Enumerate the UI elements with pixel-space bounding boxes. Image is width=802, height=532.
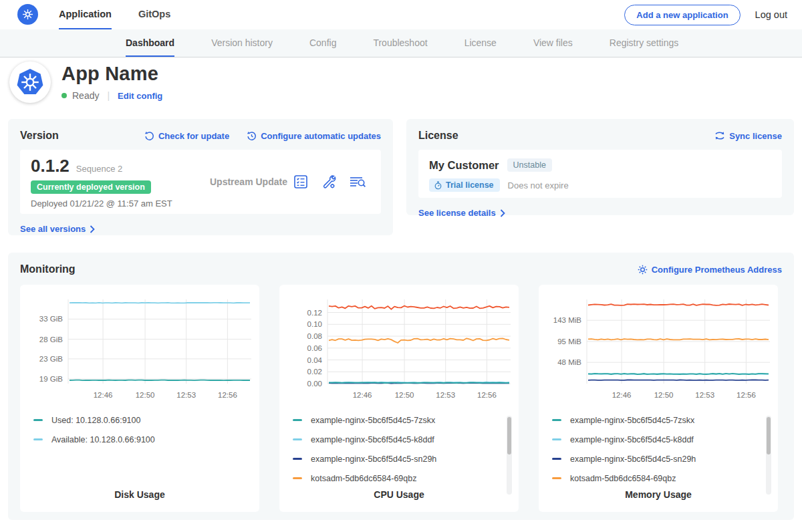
kubernetes-app-icon	[14, 66, 46, 98]
svg-text:33 GiB: 33 GiB	[39, 315, 63, 323]
clock-refresh-icon	[247, 131, 257, 141]
chart-svg: 12:4612:5012:5312:56143 MiB95 MiB48 MiB	[544, 293, 775, 405]
license-info-row: My Customer Unstable Trial license Does …	[418, 150, 782, 198]
svg-text:0.06: 0.06	[307, 344, 322, 352]
svg-text:12:56: 12:56	[737, 391, 756, 399]
deploy-logs-button[interactable]	[349, 174, 366, 190]
legend-item: example-nginx-5bc6f5d4c5-k8ddf	[293, 430, 519, 449]
legend-label: Used: 10.128.0.66:9100	[51, 416, 140, 425]
configure-auto-updates-link[interactable]: Configure automatic updates	[247, 131, 381, 141]
current-version-row: 0.1.2 Sequence 2 Currently deployed vers…	[20, 150, 381, 214]
customer-name: My Customer	[429, 159, 499, 172]
version-card-title: Version	[20, 130, 59, 142]
legend-color-dash	[293, 419, 302, 421]
legend-color-dash	[552, 477, 561, 479]
wrench-gear-icon	[321, 174, 337, 190]
legend-scrollbar[interactable]	[766, 416, 771, 495]
chart-title: Memory Usage	[539, 489, 778, 500]
tab-license[interactable]: License	[464, 29, 497, 57]
version-number: 0.1.2	[31, 156, 70, 176]
scrollbar-thumb[interactable]	[507, 417, 511, 454]
helm-wheel-icon	[21, 7, 35, 21]
chart-panels: 12:4612:5012:5312:5633 GiB28 GiB23 GiB19…	[20, 285, 782, 512]
license-card-header: License Sync license	[418, 130, 782, 142]
svg-text:48 MiB: 48 MiB	[557, 358, 581, 366]
version-card-header: Version Check for update Configure au	[20, 130, 381, 142]
svg-text:28 GiB: 28 GiB	[39, 336, 63, 344]
svg-text:12:50: 12:50	[654, 391, 674, 399]
disk-usage-chart: 12:4612:5012:5312:5633 GiB28 GiB23 GiB19…	[25, 293, 257, 408]
chevron-right-icon	[90, 225, 95, 233]
tab-config[interactable]: Config	[309, 29, 336, 57]
topnav-tab-application[interactable]: Application	[59, 0, 112, 29]
legend-color-dash	[293, 458, 302, 460]
svg-text:23 GiB: 23 GiB	[39, 355, 63, 363]
version-card-links: Check for update Configure automatic upd…	[144, 131, 381, 141]
refresh-icon	[144, 131, 154, 141]
channel-badge: Unstable	[507, 158, 552, 172]
release-notes-button[interactable]	[293, 174, 309, 190]
see-license-details-link[interactable]: See license details	[418, 208, 505, 218]
legend-label: Available: 10.128.0.66:9100	[51, 435, 155, 444]
kubernetes-logo-icon[interactable]	[17, 4, 38, 25]
svg-text:12:50: 12:50	[395, 391, 414, 399]
legend-label: kotsadm-5db6dc6584-69qbz	[570, 474, 676, 483]
logs-magnifier-icon	[349, 174, 366, 190]
legend-item: example-nginx-5bc6f5d4c5-k8ddf	[552, 430, 778, 449]
tab-view-files[interactable]: View files	[533, 29, 573, 57]
app-header-text: App Name Ready | Edit config	[61, 61, 162, 103]
configure-auto-updates-label: Configure automatic updates	[261, 131, 381, 141]
topnav-right: Add a new application Log out	[624, 0, 787, 29]
svg-text:12:56: 12:56	[477, 391, 497, 399]
monitoring-section: Monitoring Configure Prometheus Address …	[8, 253, 794, 520]
edit-config-link[interactable]: Edit config	[118, 91, 162, 101]
chart-title: Disk Usage	[20, 489, 259, 500]
edit-config-button[interactable]	[321, 174, 337, 190]
memory-usage-legend: example-nginx-5bc6f5d4c5-7zskxexample-ng…	[552, 410, 778, 488]
chart-title: CPU Usage	[279, 489, 519, 500]
legend-item: Used: 10.128.0.66:9100	[33, 410, 259, 430]
tab-version-history[interactable]: Version history	[211, 29, 273, 57]
legend-color-dash	[33, 419, 43, 421]
sequence-label: Sequence 2	[76, 164, 122, 174]
legend-scrollbar[interactable]	[507, 416, 512, 495]
topnav-tabs: Application GitOps	[59, 0, 170, 29]
tab-dashboard[interactable]: Dashboard	[126, 29, 174, 57]
trial-license-badge: Trial license	[429, 178, 500, 192]
disk-usage-panel: 12:4612:5012:5312:5633 GiB28 GiB23 GiB19…	[20, 285, 259, 512]
see-all-versions-link[interactable]: See all versions	[20, 224, 95, 234]
license-card: License Sync license My Customer Unstabl…	[406, 119, 794, 215]
scrollbar-thumb[interactable]	[767, 417, 771, 454]
version-card: Version Check for update Configure au	[8, 119, 393, 235]
svg-text:12:53: 12:53	[176, 391, 196, 399]
legend-color-dash	[552, 458, 561, 460]
legend-item: kotsadm-5db6dc6584-69qbz	[552, 469, 778, 488]
license-card-title: License	[418, 130, 458, 142]
configure-prometheus-label: Configure Prometheus Address	[652, 265, 782, 275]
legend-item: example-nginx-5bc6f5d4c5-7zskx	[293, 410, 519, 430]
memory-usage-chart: 12:4612:5012:5312:56143 MiB95 MiB48 MiB	[544, 293, 775, 408]
topnav-tab-gitops[interactable]: GitOps	[138, 0, 170, 29]
add-application-button[interactable]: Add a new application	[624, 5, 740, 25]
sync-license-link[interactable]: Sync license	[714, 131, 782, 141]
version-source-label: Upstream Update	[186, 176, 293, 187]
legend-item: example-nginx-5bc6f5d4c5-7zskx	[552, 410, 778, 430]
legend-label: kotsadm-5db6dc6584-69qbz	[311, 474, 416, 483]
check-for-update-link[interactable]: Check for update	[144, 131, 229, 141]
monitoring-title: Monitoring	[20, 263, 76, 275]
page-title: App Name	[61, 63, 162, 85]
legend-item: Available: 10.128.0.66:9100	[33, 430, 259, 449]
tab-registry-settings[interactable]: Registry settings	[610, 29, 678, 57]
cpu-usage-chart: 12:4612:5012:5312:560.120.100.080.060.04…	[285, 293, 516, 408]
svg-text:12:53: 12:53	[436, 391, 455, 399]
svg-text:19 GiB: 19 GiB	[39, 375, 63, 383]
deployed-status-badge: Currently deployed version	[31, 180, 151, 194]
configure-prometheus-link[interactable]: Configure Prometheus Address	[638, 265, 782, 275]
legend-label: example-nginx-5bc6f5d4c5-7zskx	[570, 416, 694, 425]
chevron-right-icon	[500, 209, 505, 217]
legend-label: example-nginx-5bc6f5d4c5-k8ddf	[570, 435, 694, 444]
check-for-update-label: Check for update	[158, 131, 229, 141]
chart-svg: 12:4612:5012:5312:560.120.100.080.060.04…	[285, 293, 516, 405]
tab-troubleshoot[interactable]: Troubleshoot	[373, 29, 427, 57]
logout-link[interactable]: Log out	[755, 9, 787, 20]
